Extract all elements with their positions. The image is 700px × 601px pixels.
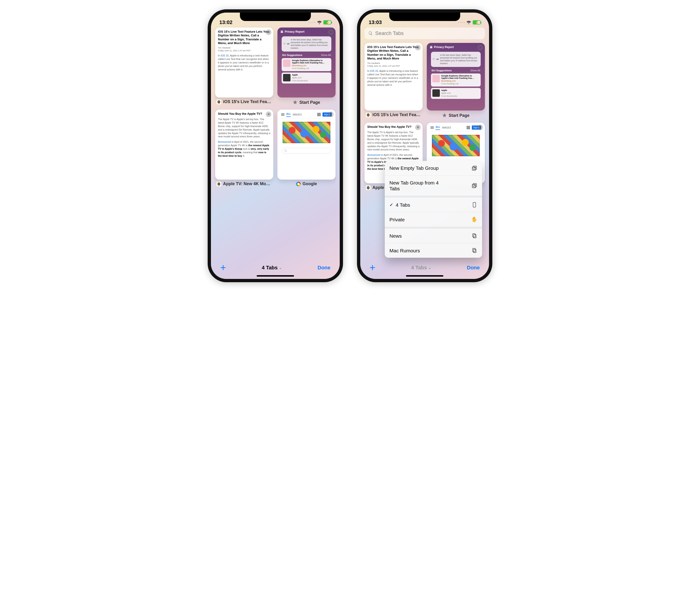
svg-rect-4: [473, 203, 476, 207]
apps-grid-icon: [317, 113, 321, 116]
menu-item-new-empty-group[interactable]: New Empty Tab Group: [385, 161, 482, 175]
close-tab-button[interactable]: ✕: [415, 125, 421, 130]
siri-suggestions-header: Siri Suggestions Show All: [280, 53, 333, 57]
privacy-report-card: 🛡 49 In the last seven days, Safari has …: [282, 36, 331, 52]
article-body: The Apple TV is Apple's set-top box. The…: [367, 131, 420, 151]
tab-thumbnail-startpage[interactable]: ✕ Privacy Report 🛡 49 In the last seven …: [427, 43, 485, 110]
menu-item-news[interactable]: News: [385, 227, 482, 243]
tab-grid[interactable]: ✕ iOS 15's Live Text Feature Lets You Di…: [214, 26, 336, 257]
siri-suggestions-header: Siri Suggestions Show All: [430, 69, 482, 72]
search-icon: [368, 31, 373, 36]
tab-label: iOS 15's Live Text Fea…: [365, 112, 423, 117]
siri-suggestion-item: Google Explores Alternative to Apple's N…: [282, 58, 331, 71]
privacy-report-header: Privacy Report: [280, 30, 304, 33]
tab-card[interactable]: ✕ Privacy Report 🛡 49 In the last seven …: [427, 43, 485, 119]
home-indicator[interactable]: [257, 275, 294, 277]
home-indicator[interactable]: [406, 275, 443, 277]
add-group-icon: [471, 183, 477, 189]
signal-dots-icon: • • • •: [458, 21, 465, 24]
apple-logo-icon: [283, 74, 291, 81]
article-body: Announced in April of 2021, the second-g…: [218, 140, 270, 157]
article-date: Friday June 11, 2021 1:37 am PDT: [218, 49, 270, 52]
article-author: Tim Hardwick: [367, 62, 420, 64]
tab-thumbnail-google[interactable]: ✕ ALL IMAGES Sign in: [277, 110, 335, 180]
copy-icon: [471, 233, 477, 239]
siri-suggestion-item: Apple apple.com From Bookmarks: [282, 73, 331, 83]
status-right: • • • • ⚡: [309, 20, 331, 25]
article-title: Should You Buy the Apple TV?: [218, 112, 270, 116]
battery-icon: ⚡: [473, 20, 481, 25]
search-tabs-field[interactable]: Search Tabs: [365, 28, 485, 39]
shield-icon: 🛡: [283, 43, 285, 45]
done-button[interactable]: Done: [318, 265, 330, 271]
add-group-icon: [471, 165, 477, 171]
article-body: In iOS 15, Apple is introducing a new fe…: [218, 54, 270, 71]
close-tab-button[interactable]: ✕: [477, 125, 483, 130]
tab-thumbnail[interactable]: ✕ Should You Buy the Apple TV? The Apple…: [215, 110, 273, 180]
new-tab-button[interactable]: +: [370, 262, 375, 273]
hamburger-icon: [281, 113, 284, 116]
tab-thumbnail-startpage[interactable]: ✕ Privacy Report 🛡 49 In the last seven …: [277, 28, 335, 98]
tab-card[interactable]: ✕ iOS 15's Live Text Feature Lets You Di…: [215, 28, 273, 105]
notch: [240, 12, 311, 21]
tab-thumbnail[interactable]: ✕ iOS 15's Live Text Feature Lets You Di…: [215, 28, 273, 98]
svg-rect-6: [473, 235, 476, 238]
wifi-icon: [317, 20, 322, 25]
checkmark-icon: ✓: [390, 202, 393, 208]
close-tab-button[interactable]: ✕: [266, 111, 271, 117]
favicon-macrumors-icon: [217, 182, 221, 186]
article-title: iOS 15's Live Text Feature Lets You Digi…: [218, 30, 270, 45]
screen: 13:03 • • • • ⚡ Search Tabs ✕ iOS 15's L…: [360, 12, 489, 279]
screen: 13:02 • • • • ⚡ ✕ iOS 15's Live Text Fea…: [211, 12, 340, 279]
tab-card[interactable]: ✕ Privacy Report 🛡 49 In the last seven …: [277, 28, 335, 105]
close-tab-button[interactable]: ✕: [415, 45, 421, 50]
google-topbar: ALL IMAGES Sign in: [430, 125, 482, 132]
tab-card[interactable]: ✕ Should You Buy the Apple TV? The Apple…: [215, 110, 273, 186]
apps-grid-icon: [467, 126, 470, 129]
article-author: Tim Hardwick: [218, 46, 270, 49]
svg-rect-8: [473, 249, 476, 253]
hand-icon: ✋: [471, 216, 477, 223]
menu-item-4-tabs[interactable]: ✓4 Tabs: [385, 196, 482, 212]
tab-label: ★ Start Page: [277, 99, 335, 105]
google-doodle-icon: [431, 134, 481, 157]
tab-thumbnail[interactable]: ✕ iOS 15's Live Text Feature Lets You Di…: [365, 43, 423, 110]
star-icon: ★: [442, 112, 447, 119]
article-title: Should You Buy the Apple TV?: [367, 125, 420, 129]
tab-label: ★ Start Page: [427, 112, 485, 119]
tab-group-selector[interactable]: 4 Tabs ⌄: [262, 265, 282, 271]
menu-item-mac-rumours[interactable]: Mac Rumours: [385, 243, 482, 258]
search-icon: [284, 149, 287, 152]
tab-card[interactable]: ✕ ALL IMAGES Sign in Google: [277, 110, 335, 186]
favicon-google-icon: [296, 182, 301, 186]
google-search-field: [282, 148, 331, 153]
hamburger-icon: [430, 126, 434, 129]
tab-label: Google: [277, 181, 335, 186]
phone-icon: [471, 202, 477, 208]
phone-right: 13:03 • • • • ⚡ Search Tabs ✕ iOS 15's L…: [357, 9, 492, 282]
article-body: The Apple TV is Apple's set-top box. The…: [218, 117, 270, 138]
tab-label: Apple TV: New 4K Mo…: [215, 181, 273, 186]
menu-item-new-group-from-tabs[interactable]: New Tab Group from 4 Tabs: [385, 175, 482, 196]
google-doodle-icon: [282, 121, 331, 144]
new-tab-button[interactable]: +: [220, 262, 226, 273]
close-tab-button[interactable]: ✕: [328, 111, 334, 117]
privacy-report-card: 🛡 49 In the last seven days, Safari has …: [431, 52, 481, 67]
notch: [389, 12, 460, 21]
shield-icon: 🛡: [433, 58, 435, 61]
close-tab-button[interactable]: ✕: [266, 29, 271, 35]
battery-icon: ⚡: [323, 20, 331, 25]
done-button[interactable]: Done: [467, 265, 480, 271]
tab-card[interactable]: ✕ iOS 15's Live Text Feature Lets You Di…: [365, 43, 423, 119]
menu-item-private[interactable]: Private ✋: [385, 212, 482, 227]
suggestion-thumb-icon: [283, 59, 291, 67]
status-right: • • • • ⚡: [458, 20, 481, 25]
article-body: In iOS 15, Apple is introducing a new fe…: [367, 69, 420, 86]
tab-group-selector[interactable]: 4 Tabs ⌄: [411, 265, 431, 271]
svg-rect-5: [473, 234, 475, 237]
apple-logo-icon: [432, 89, 440, 97]
tab-group-menu[interactable]: New Empty Tab Group New Tab Group from 4…: [385, 161, 482, 258]
close-tab-button[interactable]: ✕: [328, 29, 334, 35]
close-tab-button[interactable]: ✕: [477, 45, 483, 50]
status-time: 13:03: [369, 19, 382, 25]
